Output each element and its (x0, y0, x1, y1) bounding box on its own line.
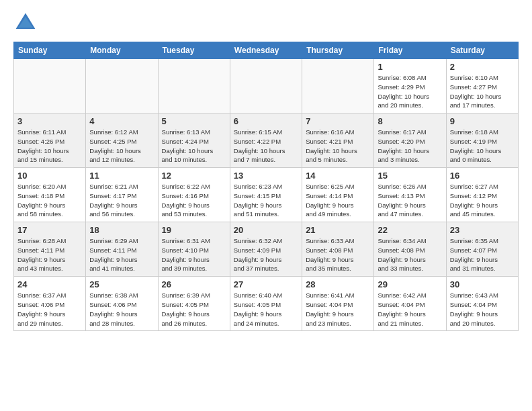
table-row (158, 59, 230, 113)
table-row: 18Sunrise: 6:29 AM Sunset: 4:11 PM Dayli… (86, 222, 158, 277)
col-monday: Monday (86, 42, 158, 59)
table-row: 6Sunrise: 6:15 AM Sunset: 4:22 PM Daylig… (230, 113, 302, 168)
table-row (14, 59, 86, 113)
day-number: 2 (450, 62, 515, 72)
table-row: 27Sunrise: 6:40 AM Sunset: 4:05 PM Dayli… (230, 277, 302, 331)
table-row: 14Sunrise: 6:25 AM Sunset: 4:14 PM Dayli… (302, 168, 374, 222)
day-number: 6 (234, 116, 298, 126)
day-info: Sunrise: 6:40 AM Sunset: 4:05 PM Dayligh… (234, 291, 298, 328)
table-row: 23Sunrise: 6:35 AM Sunset: 4:07 PM Dayli… (446, 222, 518, 277)
day-number: 16 (450, 171, 515, 181)
table-row: 25Sunrise: 6:38 AM Sunset: 4:06 PM Dayli… (86, 277, 158, 331)
table-row: 26Sunrise: 6:39 AM Sunset: 4:05 PM Dayli… (158, 277, 230, 331)
table-row: 1Sunrise: 6:08 AM Sunset: 4:29 PM Daylig… (374, 59, 446, 113)
day-info: Sunrise: 6:12 AM Sunset: 4:25 PM Dayligh… (89, 128, 154, 165)
day-number: 15 (378, 171, 442, 181)
table-row: 24Sunrise: 6:37 AM Sunset: 4:06 PM Dayli… (14, 277, 86, 331)
day-number: 22 (378, 225, 442, 235)
day-info: Sunrise: 6:34 AM Sunset: 4:08 PM Dayligh… (378, 236, 442, 273)
day-info: Sunrise: 6:32 AM Sunset: 4:09 PM Dayligh… (234, 236, 298, 273)
day-number: 30 (450, 279, 515, 289)
col-tuesday: Tuesday (158, 42, 230, 59)
day-info: Sunrise: 6:29 AM Sunset: 4:11 PM Dayligh… (89, 236, 154, 273)
table-row: 15Sunrise: 6:26 AM Sunset: 4:13 PM Dayli… (374, 168, 446, 222)
day-info: Sunrise: 6:42 AM Sunset: 4:04 PM Dayligh… (378, 291, 442, 328)
table-row (230, 59, 302, 113)
calendar-header-row: Sunday Monday Tuesday Wednesday Thursday… (14, 42, 519, 59)
table-row: 2Sunrise: 6:10 AM Sunset: 4:27 PM Daylig… (446, 59, 518, 113)
day-info: Sunrise: 6:10 AM Sunset: 4:27 PM Dayligh… (450, 73, 515, 110)
col-wednesday: Wednesday (230, 42, 302, 59)
day-number: 7 (306, 116, 370, 126)
table-row: 17Sunrise: 6:28 AM Sunset: 4:11 PM Dayli… (14, 222, 86, 277)
day-number: 8 (378, 116, 442, 126)
table-row: 29Sunrise: 6:42 AM Sunset: 4:04 PM Dayli… (374, 277, 446, 331)
table-row: 21Sunrise: 6:33 AM Sunset: 4:08 PM Dayli… (302, 222, 374, 277)
table-row: 3Sunrise: 6:11 AM Sunset: 4:26 PM Daylig… (14, 113, 86, 168)
day-info: Sunrise: 6:18 AM Sunset: 4:19 PM Dayligh… (450, 128, 515, 165)
day-number: 27 (234, 279, 298, 289)
col-thursday: Thursday (302, 42, 374, 59)
table-row: 8Sunrise: 6:17 AM Sunset: 4:20 PM Daylig… (374, 113, 446, 168)
table-row: 9Sunrise: 6:18 AM Sunset: 4:19 PM Daylig… (446, 113, 518, 168)
logo (13, 11, 40, 35)
day-info: Sunrise: 6:08 AM Sunset: 4:29 PM Dayligh… (378, 73, 442, 110)
day-info: Sunrise: 6:11 AM Sunset: 4:26 PM Dayligh… (17, 128, 82, 165)
day-number: 25 (89, 279, 154, 289)
calendar-table: Sunday Monday Tuesday Wednesday Thursday… (13, 42, 519, 331)
table-row: 4Sunrise: 6:12 AM Sunset: 4:25 PM Daylig… (86, 113, 158, 168)
day-number: 10 (17, 171, 82, 181)
table-row (302, 59, 374, 113)
table-row: 7Sunrise: 6:16 AM Sunset: 4:21 PM Daylig… (302, 113, 374, 168)
day-number: 19 (162, 225, 226, 235)
calendar-week-row: 1Sunrise: 6:08 AM Sunset: 4:29 PM Daylig… (14, 59, 519, 113)
day-info: Sunrise: 6:28 AM Sunset: 4:11 PM Dayligh… (17, 236, 82, 273)
day-info: Sunrise: 6:26 AM Sunset: 4:13 PM Dayligh… (378, 182, 442, 219)
header (13, 11, 519, 35)
day-number: 18 (89, 225, 154, 235)
day-info: Sunrise: 6:31 AM Sunset: 4:10 PM Dayligh… (162, 236, 226, 273)
day-number: 28 (306, 279, 370, 289)
day-info: Sunrise: 6:27 AM Sunset: 4:12 PM Dayligh… (450, 182, 515, 219)
day-number: 5 (162, 116, 226, 126)
calendar-week-row: 10Sunrise: 6:20 AM Sunset: 4:18 PM Dayli… (14, 168, 519, 222)
day-number: 4 (89, 116, 154, 126)
day-info: Sunrise: 6:13 AM Sunset: 4:24 PM Dayligh… (162, 128, 226, 165)
day-number: 11 (89, 171, 154, 181)
day-number: 13 (234, 171, 298, 181)
day-info: Sunrise: 6:35 AM Sunset: 4:07 PM Dayligh… (450, 236, 515, 273)
day-number: 12 (162, 171, 226, 181)
day-number: 20 (234, 225, 298, 235)
col-friday: Friday (374, 42, 446, 59)
table-row: 28Sunrise: 6:41 AM Sunset: 4:04 PM Dayli… (302, 277, 374, 331)
day-info: Sunrise: 6:41 AM Sunset: 4:04 PM Dayligh… (306, 291, 370, 328)
day-info: Sunrise: 6:38 AM Sunset: 4:06 PM Dayligh… (89, 291, 154, 328)
day-info: Sunrise: 6:17 AM Sunset: 4:20 PM Dayligh… (378, 128, 442, 165)
calendar-week-row: 24Sunrise: 6:37 AM Sunset: 4:06 PM Dayli… (14, 277, 519, 331)
table-row: 20Sunrise: 6:32 AM Sunset: 4:09 PM Dayli… (230, 222, 302, 277)
calendar-week-row: 3Sunrise: 6:11 AM Sunset: 4:26 PM Daylig… (14, 113, 519, 168)
table-row (86, 59, 158, 113)
col-saturday: Saturday (446, 42, 518, 59)
day-number: 3 (17, 116, 82, 126)
day-info: Sunrise: 6:21 AM Sunset: 4:17 PM Dayligh… (89, 182, 154, 219)
day-info: Sunrise: 6:33 AM Sunset: 4:08 PM Dayligh… (306, 236, 370, 273)
day-number: 9 (450, 116, 515, 126)
table-row: 30Sunrise: 6:43 AM Sunset: 4:04 PM Dayli… (446, 277, 518, 331)
day-number: 14 (306, 171, 370, 181)
day-info: Sunrise: 6:20 AM Sunset: 4:18 PM Dayligh… (17, 182, 82, 219)
logo-icon (13, 11, 38, 35)
day-info: Sunrise: 6:25 AM Sunset: 4:14 PM Dayligh… (306, 182, 370, 219)
table-row: 16Sunrise: 6:27 AM Sunset: 4:12 PM Dayli… (446, 168, 518, 222)
day-number: 21 (306, 225, 370, 235)
col-sunday: Sunday (14, 42, 86, 59)
day-info: Sunrise: 6:15 AM Sunset: 4:22 PM Dayligh… (234, 128, 298, 165)
day-info: Sunrise: 6:39 AM Sunset: 4:05 PM Dayligh… (162, 291, 226, 328)
day-info: Sunrise: 6:22 AM Sunset: 4:16 PM Dayligh… (162, 182, 226, 219)
day-number: 24 (17, 279, 82, 289)
day-number: 1 (378, 62, 442, 72)
day-number: 29 (378, 279, 442, 289)
day-number: 26 (162, 279, 226, 289)
day-number: 17 (17, 225, 82, 235)
day-info: Sunrise: 6:23 AM Sunset: 4:15 PM Dayligh… (234, 182, 298, 219)
